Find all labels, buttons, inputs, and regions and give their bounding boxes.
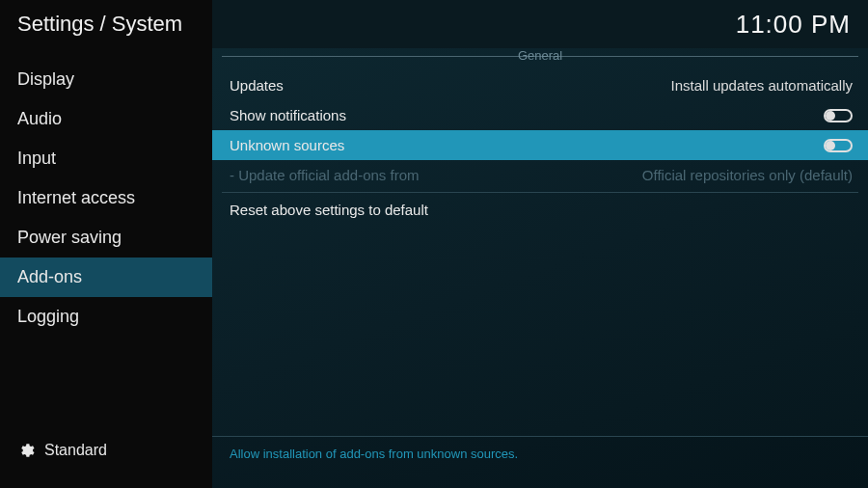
- setting-updates-value: Install updates automatically: [671, 77, 853, 94]
- settings-level-button[interactable]: Standard: [0, 426, 212, 488]
- setting-show-notifications-label: Show notifications: [230, 107, 346, 123]
- setting-update-official-addons: - Update official add-ons from Official …: [212, 160, 868, 190]
- sidebar-item-internet-access[interactable]: Internet access: [0, 178, 212, 218]
- settings-list: Updates Install updates automatically Sh…: [212, 70, 868, 225]
- sidebar-item-power-saving[interactable]: Power saving: [0, 218, 212, 258]
- setting-updates-label: Updates: [230, 77, 284, 94]
- section-divider: General: [222, 56, 858, 57]
- setting-show-notifications[interactable]: Show notifications: [212, 100, 868, 130]
- toggle-show-notifications[interactable]: [824, 109, 853, 122]
- help-text: Allow installation of add-ons from unkno…: [230, 447, 518, 461]
- sidebar-item-logging[interactable]: Logging: [0, 297, 212, 337]
- gear-icon: [17, 442, 35, 459]
- setting-update-official-addons-value: Official repositories only (default): [642, 167, 853, 183]
- settings-level-label: Standard: [44, 442, 107, 459]
- sidebar-item-input[interactable]: Input: [0, 139, 212, 178]
- sidebar-item-display[interactable]: Display: [0, 60, 212, 99]
- setting-unknown-sources-label: Unknown sources: [230, 137, 344, 153]
- clock: 11:00 PM: [736, 10, 851, 40]
- setting-unknown-sources[interactable]: Unknown sources: [212, 130, 868, 160]
- setting-reset-defaults[interactable]: Reset above settings to default: [212, 195, 868, 225]
- breadcrumb: Settings / System: [17, 12, 182, 37]
- setting-update-official-addons-label: - Update official add-ons from: [230, 167, 420, 183]
- thin-divider: [222, 192, 858, 193]
- main-panel: General Updates Install updates automati…: [212, 48, 868, 488]
- setting-updates[interactable]: Updates Install updates automatically: [212, 70, 868, 100]
- sidebar: Display Audio Input Internet access Powe…: [0, 48, 212, 488]
- section-label: General: [510, 48, 570, 63]
- help-bar: Allow installation of add-ons from unkno…: [212, 436, 868, 488]
- toggle-unknown-sources[interactable]: [824, 139, 853, 152]
- sidebar-item-audio[interactable]: Audio: [0, 99, 212, 139]
- header-bar: Settings / System 11:00 PM: [0, 0, 868, 48]
- setting-reset-defaults-label: Reset above settings to default: [230, 202, 428, 218]
- sidebar-item-addons[interactable]: Add-ons: [0, 258, 212, 297]
